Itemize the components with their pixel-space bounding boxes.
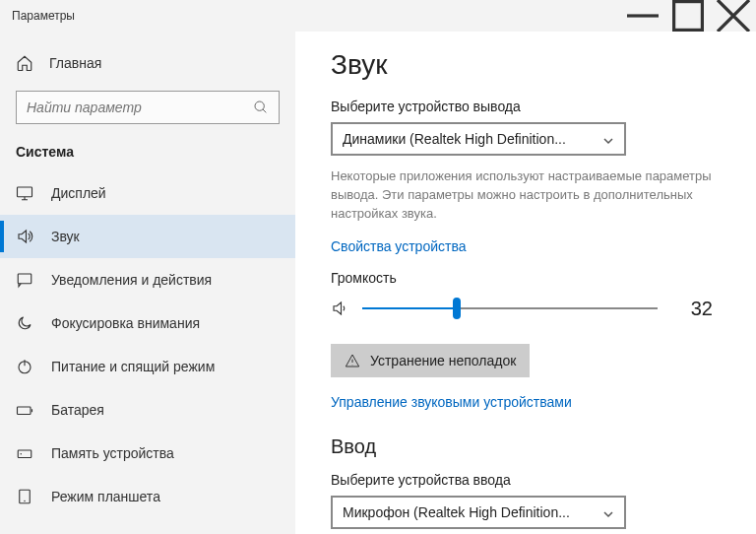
troubleshoot-button[interactable]: Устранение неполадок	[331, 344, 530, 377]
moon-icon	[16, 314, 33, 332]
section-title: Система	[0, 134, 295, 171]
sidebar-item-notifications[interactable]: Уведомления и действия	[0, 258, 295, 301]
svg-rect-0	[674, 2, 703, 31]
nav-label: Дисплей	[51, 185, 106, 201]
home-button[interactable]: Главная	[0, 41, 295, 85]
volume-value: 32	[691, 298, 721, 320]
manage-devices-link[interactable]: Управление звуковыми устройствами	[331, 394, 572, 410]
minimize-button[interactable]	[620, 0, 665, 32]
search-input[interactable]	[27, 100, 253, 115]
nav-label: Фокусировка внимания	[51, 315, 200, 331]
warning-icon	[345, 353, 360, 368]
sidebar-item-focus[interactable]: Фокусировка внимания	[0, 301, 295, 345]
nav-label: Память устройства	[51, 445, 174, 461]
page-title: Звук	[331, 49, 721, 81]
nav-label: Звук	[51, 229, 80, 244]
close-button[interactable]	[711, 0, 756, 32]
chat-icon	[16, 271, 33, 289]
sidebar-item-display[interactable]: Дисплей	[0, 171, 295, 215]
sidebar: Главная Система Дисплей Звук	[0, 32, 295, 534]
troubleshoot-label: Устранение неполадок	[370, 353, 516, 368]
sidebar-item-battery[interactable]: Батарея	[0, 388, 295, 432]
output-device-select[interactable]: Динамики (Realtek High Definition...	[331, 122, 626, 156]
nav-label: Питание и спящий режим	[51, 359, 215, 374]
battery-icon	[16, 401, 33, 419]
svg-rect-3	[18, 274, 32, 284]
output-device-label: Выберите устройство вывода	[331, 99, 721, 114]
input-heading: Ввод	[331, 435, 721, 458]
volume-icon[interactable]	[331, 300, 348, 317]
home-icon	[16, 54, 33, 72]
svg-point-7	[21, 453, 23, 455]
titlebar: Параметры	[0, 0, 756, 32]
maximize-button[interactable]	[665, 0, 711, 32]
volume-control: 32	[331, 298, 721, 320]
home-label: Главная	[49, 55, 101, 71]
window-title: Параметры	[12, 9, 620, 23]
sidebar-item-power[interactable]: Питание и спящий режим	[0, 345, 295, 388]
output-device-value: Динамики (Realtek High Definition...	[343, 131, 566, 147]
chevron-down-icon	[602, 133, 614, 145]
storage-icon	[16, 444, 33, 462]
input-device-value: Микрофон (Realtek High Definition...	[343, 504, 570, 520]
speaker-icon	[16, 228, 33, 245]
svg-point-9	[24, 501, 26, 502]
chevron-down-icon	[602, 506, 614, 518]
device-properties-link[interactable]: Свойства устройства	[331, 238, 467, 254]
sidebar-item-sound[interactable]: Звук	[0, 215, 295, 258]
output-info-text: Некоторые приложения используют настраив…	[331, 167, 721, 224]
svg-rect-2	[18, 187, 32, 197]
volume-label: Громкость	[331, 270, 721, 286]
search-box[interactable]	[16, 91, 280, 124]
slider-thumb[interactable]	[453, 298, 461, 319]
slider-fill	[362, 307, 457, 309]
window-controls	[620, 0, 756, 32]
svg-point-1	[255, 101, 264, 110]
sidebar-item-tablet[interactable]: Режим планшета	[0, 475, 295, 518]
monitor-icon	[16, 184, 33, 202]
nav-label: Уведомления и действия	[51, 272, 212, 288]
svg-rect-5	[18, 407, 32, 415]
search-icon	[253, 100, 269, 115]
nav-label: Батарея	[51, 402, 104, 418]
input-device-select[interactable]: Микрофон (Realtek High Definition...	[331, 496, 626, 529]
tablet-icon	[16, 488, 33, 505]
svg-rect-6	[18, 450, 32, 458]
sidebar-item-storage[interactable]: Память устройства	[0, 432, 295, 475]
input-device-label: Выберите устройства ввода	[331, 472, 721, 488]
volume-slider[interactable]	[362, 307, 658, 309]
main-content: Звук Выберите устройство вывода Динамики…	[295, 32, 756, 534]
nav-label: Режим планшета	[51, 489, 160, 504]
power-icon	[16, 358, 33, 375]
